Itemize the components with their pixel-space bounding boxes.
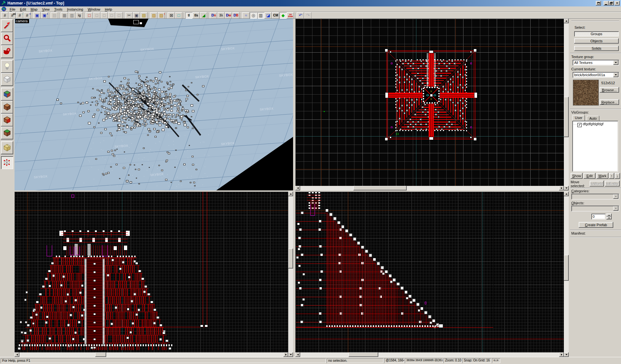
vertex-tool[interactable] xyxy=(1,156,13,169)
select-groups-button[interactable]: Groups xyxy=(574,31,619,36)
spinner-up-icon[interactable] xyxy=(606,214,612,217)
menu-instancing[interactable]: Instancing xyxy=(65,7,85,12)
radius-culling-icon[interactable]: 3λ xyxy=(218,12,225,19)
titlebar[interactable]: Hammer - [U:\aztec2.vmf - Top] × xyxy=(0,0,621,6)
viewport-front[interactable] xyxy=(15,192,293,357)
toggle-group-3-icon[interactable]: □ xyxy=(108,12,115,19)
display-wireframe-icon[interactable]: Dw xyxy=(225,12,232,19)
select-touching-icon[interactable]: ⊠ xyxy=(168,12,175,19)
move-to-entity-button[interactable]: toEntity xyxy=(605,181,620,187)
toggle-group-2-icon[interactable]: □ xyxy=(101,12,108,19)
flip-clip-icon[interactable]: ◢ xyxy=(200,12,207,19)
select-objects-button[interactable]: Objects xyxy=(574,38,619,44)
viewport-front-canvas[interactable] xyxy=(15,192,288,352)
scroll-left-icon[interactable] xyxy=(295,352,300,357)
move-to-world-button[interactable]: toWorld xyxy=(590,181,604,187)
larger-grid-icon[interactable]: #+ xyxy=(24,12,31,19)
block-tool[interactable] xyxy=(1,73,13,86)
categories-combo[interactable] xyxy=(571,194,619,199)
minimize-button[interactable] xyxy=(604,1,609,5)
apply-decals-tool[interactable] xyxy=(1,114,13,126)
display-names-icon[interactable]: Dn xyxy=(210,12,217,19)
viewport-3d-canvas[interactable] xyxy=(15,19,293,190)
clipping-tool[interactable] xyxy=(1,141,13,154)
hscroll-thumb[interactable] xyxy=(95,352,106,357)
side-view-hscrollbar[interactable] xyxy=(295,352,564,357)
scroll-down-icon[interactable] xyxy=(564,352,569,357)
menu-file[interactable]: File xyxy=(7,7,18,12)
front-view-vscrollbar[interactable] xyxy=(288,192,293,357)
carve-icon[interactable]: ▦ xyxy=(61,12,68,19)
current-texture-combo[interactable]: brick/brickfloor001a xyxy=(573,72,619,78)
document-icon[interactable] xyxy=(2,7,6,12)
move-down-icon[interactable]: ↓ xyxy=(615,173,620,179)
visgroup-edit-button[interactable]: Edit xyxy=(584,173,596,179)
browse-button[interactable]: Browse... xyxy=(600,87,619,93)
cordon-edit-icon[interactable]: ▨! xyxy=(158,12,165,19)
overlay-tool[interactable] xyxy=(1,126,13,139)
camera-tool[interactable] xyxy=(1,45,13,58)
visgroup-item[interactable]: ·····✓ dfgdfgfdgfdgf xyxy=(573,122,604,127)
toggle-group-4-icon[interactable]: □ xyxy=(116,12,123,19)
undock-view-icon[interactable] xyxy=(596,1,601,5)
top-view-hscrollbar[interactable] xyxy=(295,186,564,190)
tab-auto[interactable]: Auto xyxy=(587,116,599,121)
save-window-state-icon[interactable]: ▣+ xyxy=(41,12,48,19)
viewport-top[interactable] xyxy=(295,19,569,190)
load-window-state-icon[interactable]: ▣ xyxy=(34,12,41,19)
scroll-right-icon[interactable] xyxy=(283,352,288,357)
viewport-side[interactable] xyxy=(295,192,569,357)
vscroll-thumb[interactable] xyxy=(288,248,293,268)
texture-scale-lock-icon[interactable]: tls xyxy=(193,12,200,19)
restore-button[interactable] xyxy=(609,1,614,5)
apply-current-texture-tool[interactable] xyxy=(1,101,13,114)
no-draw-icon[interactable]: no draw xyxy=(287,12,294,19)
select-solids-button[interactable]: Solids xyxy=(574,46,619,51)
hscroll-thumb[interactable] xyxy=(349,352,378,357)
chevron-down-icon[interactable] xyxy=(613,60,618,65)
texture-application-tool[interactable] xyxy=(1,88,13,101)
viewport-3d[interactable]: camera xyxy=(15,19,293,190)
displacement-mask-icon[interactable]: ▥ xyxy=(257,12,264,19)
redo-icon[interactable]: ↷ xyxy=(304,12,311,19)
run-map-icon[interactable]: ▤ xyxy=(51,12,58,19)
hscroll-thumb[interactable] xyxy=(353,186,407,190)
side-view-vscrollbar[interactable] xyxy=(564,192,569,357)
scroll-up-icon[interactable] xyxy=(288,192,293,196)
menu-edit[interactable]: Edit xyxy=(18,7,28,12)
top-view-vscrollbar[interactable] xyxy=(564,19,569,190)
replace-button[interactable]: Replace... xyxy=(600,99,619,105)
menu-view[interactable]: View xyxy=(40,7,52,12)
tab-user[interactable]: User xyxy=(572,115,585,121)
select-inside-icon[interactable]: □ xyxy=(175,12,182,19)
prefab-count-field[interactable]: 0 xyxy=(591,214,606,219)
menu-tools[interactable]: Tools xyxy=(52,7,65,12)
close-button[interactable]: × xyxy=(615,1,620,5)
chevron-down-icon[interactable] xyxy=(613,73,618,77)
viewport-label-camera[interactable]: camera xyxy=(15,19,29,23)
paste-icon[interactable]: ▤ xyxy=(140,12,148,19)
visgroups-list[interactable]: ·····✓ dfgdfgfdgfdgf xyxy=(572,121,618,172)
selection-tool[interactable] xyxy=(1,19,13,32)
scroll-left-icon[interactable] xyxy=(15,352,19,357)
vscroll-thumb[interactable] xyxy=(564,97,569,137)
copy-icon[interactable]: ▣ xyxy=(133,12,140,19)
make-hollow-icon[interactable]: ▥ xyxy=(68,12,76,19)
collision-model-icon[interactable]: CM xyxy=(272,12,279,19)
display-bounds-icon[interactable]: DB xyxy=(232,12,239,19)
entity-tool[interactable] xyxy=(1,60,13,73)
visgroup-checkbox[interactable]: ✓ xyxy=(577,123,582,127)
visgroup-show-button[interactable]: Show xyxy=(571,173,583,179)
move-up-icon[interactable]: ↑ xyxy=(609,173,614,179)
scroll-down-icon[interactable] xyxy=(288,352,293,357)
scroll-down-icon[interactable] xyxy=(564,186,569,190)
texture-lock-icon[interactable]: tl xyxy=(185,12,192,19)
menu-map[interactable]: Map xyxy=(28,7,40,12)
magnify-tool[interactable] xyxy=(1,32,13,45)
spinner-down-icon[interactable] xyxy=(606,217,612,219)
toggle-group-1-icon[interactable]: □ xyxy=(93,12,100,19)
scroll-up-icon[interactable] xyxy=(564,192,569,196)
snap-to-grid-icon[interactable]: # xyxy=(1,12,8,19)
front-view-hscrollbar[interactable] xyxy=(15,352,288,357)
model-fade-icon[interactable]: ◎ xyxy=(250,12,257,19)
